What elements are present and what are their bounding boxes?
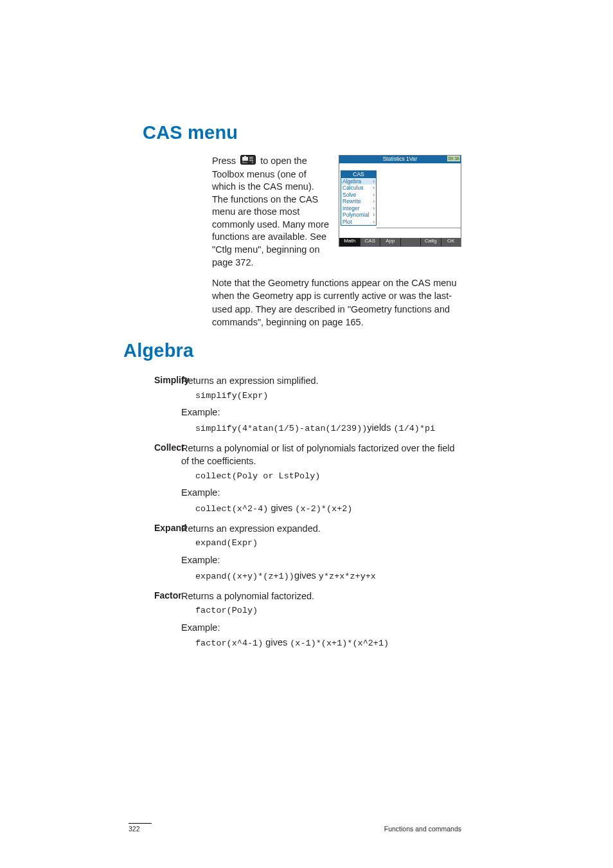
calculator-screenshot: Statistics 1Var 09:38 CAS Algebra Calcul… bbox=[339, 155, 461, 247]
menu-item-rewrite: Rewrite bbox=[341, 198, 376, 205]
simplify-description: Returns an expression simplified. bbox=[181, 374, 461, 387]
softkey-catlg: Catlg bbox=[420, 238, 441, 246]
label-expand: Expand bbox=[154, 522, 181, 583]
heading-cas-menu: CAS menu bbox=[143, 122, 461, 143]
cas-dropdown-menu: CAS Algebra Calculus Solve Rewrite Integ… bbox=[341, 170, 377, 226]
softkey-blank bbox=[400, 238, 421, 246]
cas-menu-heading: CAS bbox=[341, 171, 376, 178]
intro-row: Press Mem B to open the Toolbox menus (o… bbox=[212, 155, 461, 269]
menu-item-algebra: Algebra bbox=[341, 178, 376, 185]
entry-simplify: Simplify Returns an expression simplifie… bbox=[185, 374, 461, 435]
expand-example-label: Example: bbox=[181, 554, 461, 566]
simplify-example-input: simplify(4*atan(1/5)-atan(1/239)) bbox=[195, 424, 367, 433]
desc-simplify: Returns an expression simplified. simpli… bbox=[181, 374, 461, 435]
collect-description: Returns a polynomial or list of polynomi… bbox=[181, 442, 461, 468]
page-number: 322 bbox=[129, 825, 140, 833]
factor-description: Returns a polynomial factorized. bbox=[181, 590, 461, 602]
collect-example-output: (x-2)*(x+2) bbox=[295, 504, 352, 514]
expand-gives-word: gives bbox=[294, 570, 316, 581]
menu-item-solve: Solve bbox=[341, 192, 376, 199]
svg-rect-1 bbox=[242, 157, 248, 161]
expand-syntax: expand(Expr) bbox=[195, 538, 461, 550]
calc-softkey-row: Math CAS App Catlg OK bbox=[339, 238, 461, 246]
expand-example: expand((x+y)*(z+1))gives y*z+x*z+y+x bbox=[195, 569, 461, 583]
collect-example-label: Example: bbox=[181, 486, 461, 499]
page-footer: 322 Functions and commands bbox=[129, 823, 461, 833]
calc-clock: 09:38 bbox=[447, 156, 460, 161]
geometry-note-paragraph: Note that the Geometry functions appear … bbox=[212, 276, 461, 329]
svg-rect-2 bbox=[244, 156, 246, 158]
factor-example-output: (x-1)*(x+1)*(x^2+1) bbox=[290, 638, 389, 648]
collect-example-input: collect(x^2-4) bbox=[195, 504, 268, 514]
menu-item-integer: Integer bbox=[341, 205, 376, 212]
calc-title: Statistics 1Var bbox=[383, 156, 418, 162]
softkey-math: Math bbox=[339, 238, 360, 246]
page-content: CAS menu Press Mem B to open the Toolbox… bbox=[0, 0, 613, 868]
svg-rect-5 bbox=[249, 160, 253, 161]
label-simplify: Simplify bbox=[154, 374, 181, 435]
simplify-syntax: simplify(Expr) bbox=[195, 390, 461, 402]
svg-rect-3 bbox=[249, 157, 253, 158]
footer-rule bbox=[129, 823, 152, 824]
factor-gives-word: gives bbox=[265, 637, 287, 647]
desc-collect: Returns a polynomial or list of polynomi… bbox=[181, 442, 461, 516]
entry-expand: Expand Returns an expression expanded. e… bbox=[185, 522, 461, 583]
collect-example: collect(x^2-4) gives (x-2)*(x+2) bbox=[195, 502, 461, 516]
simplify-yields-word: yields bbox=[367, 422, 391, 433]
expand-example-input: expand((x+y)*(z+1)) bbox=[195, 572, 294, 581]
entry-collect: Collect Returns a polynomial or list of … bbox=[185, 442, 461, 516]
expand-example-output: y*z+x*z+y+x bbox=[319, 572, 376, 581]
entry-factor: Factor Returns a polynomial factorized. … bbox=[185, 590, 461, 651]
intro-post: to open the Toolbox menus (one of which … bbox=[212, 156, 329, 267]
running-title: Functions and commands bbox=[384, 825, 461, 833]
calc-title-bar: Statistics 1Var bbox=[339, 156, 461, 163]
factor-example-label: Example: bbox=[181, 621, 461, 634]
collect-syntax: collect(Poly or LstPoly) bbox=[195, 471, 461, 483]
collect-gives-word: gives bbox=[271, 503, 292, 513]
simplify-example-label: Example: bbox=[181, 406, 461, 419]
desc-expand: Returns an expression expanded. expand(E… bbox=[181, 522, 461, 583]
factor-syntax: factor(Poly) bbox=[195, 605, 461, 617]
menu-item-polynomial: Polynomial bbox=[341, 212, 376, 219]
intro-paragraph: Press Mem B to open the Toolbox menus (o… bbox=[212, 155, 331, 269]
simplify-example: simplify(4*atan(1/5)-atan(1/239))yields … bbox=[195, 421, 461, 435]
softkey-ok: OK bbox=[441, 238, 461, 246]
desc-factor: Returns a polynomial factorized. factor(… bbox=[181, 590, 461, 651]
simplify-example-output: (1/4)*pi bbox=[393, 424, 435, 433]
softkey-app: App bbox=[380, 238, 400, 246]
calc-divider bbox=[377, 228, 461, 228]
label-collect: Collect bbox=[154, 442, 181, 516]
intro-pre: Press bbox=[212, 156, 236, 166]
expand-description: Returns an expression expanded. bbox=[181, 522, 461, 535]
factor-example: factor(x^4-1) gives (x-1)*(x+1)*(x^2+1) bbox=[195, 636, 461, 650]
heading-algebra: Algebra bbox=[123, 340, 461, 361]
menu-item-calculus: Calculus bbox=[341, 185, 376, 192]
factor-example-input: factor(x^4-1) bbox=[195, 638, 263, 648]
softkey-cas: CAS bbox=[360, 238, 380, 246]
toolbox-key-icon: Mem B bbox=[240, 155, 256, 168]
svg-text:Mem: Mem bbox=[242, 161, 247, 164]
menu-item-plot: Plot bbox=[341, 219, 376, 226]
svg-rect-4 bbox=[249, 159, 253, 159]
label-factor: Factor bbox=[154, 590, 181, 651]
